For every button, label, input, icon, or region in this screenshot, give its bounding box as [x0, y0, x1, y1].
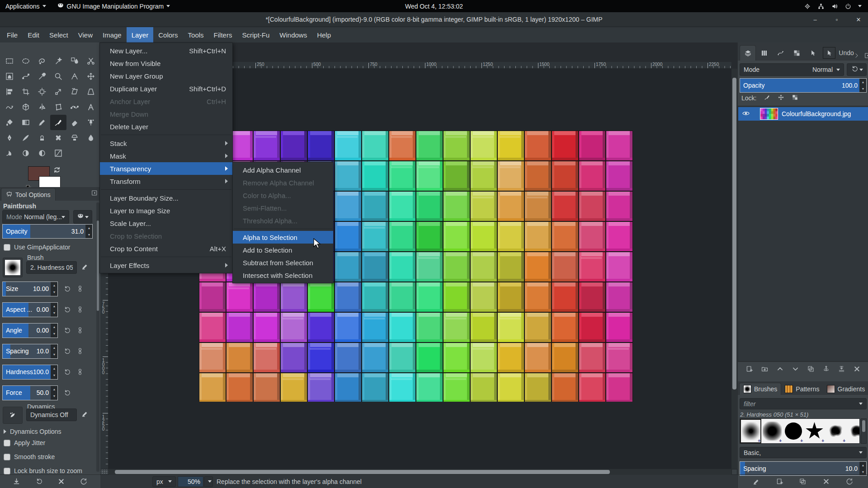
spinner[interactable]: ▲▼	[51, 365, 57, 379]
layer-menu-item-duplicate-layer[interactable]: Duplicate LayerShift+Ctrl+D	[100, 82, 232, 95]
brush-item-soft2[interactable]: +	[761, 419, 783, 443]
layer-menu-item-new-from-visible[interactable]: New from Visible	[100, 57, 232, 70]
menubar-item-colors[interactable]: Colors	[153, 27, 183, 42]
tool-free-select[interactable]	[34, 53, 50, 69]
tool-desaturate[interactable]	[34, 145, 50, 161]
tool-rect-select[interactable]	[1, 53, 18, 69]
tool-pencil[interactable]	[34, 115, 50, 130]
tool-dodge-burn[interactable]	[18, 145, 34, 161]
brush-name-field[interactable]: 2. Hardness 050	[26, 261, 77, 274]
layer-menu-item-scale-layer[interactable]: Scale Layer...	[100, 217, 232, 230]
layer-menu-item-layer-effects[interactable]: Layer Effects	[100, 259, 232, 272]
clock[interactable]: Wed Oct 4, 12:53:02	[405, 3, 463, 10]
tool-cage-transform[interactable]	[50, 99, 66, 115]
layer-menu-item-new-layer[interactable]: New Layer...Shift+Ctrl+N	[100, 44, 232, 57]
lock-pixels-icon[interactable]	[764, 94, 770, 102]
paint-mode-dropdown[interactable]: Mode Normal (leg...	[2, 210, 69, 224]
spinner[interactable]: ▲▼	[51, 282, 57, 296]
reset-tool-options-icon[interactable]	[80, 478, 88, 485]
dynamics-options-expander[interactable]: Dynamics Options	[4, 428, 61, 435]
checkbox-apply-jitter[interactable]: Apply Jitter	[4, 439, 82, 446]
tool-ellipse-select[interactable]	[18, 53, 34, 69]
duplicate-brush-button[interactable]	[799, 478, 807, 485]
tool-measure[interactable]	[66, 69, 83, 84]
new-brush-button[interactable]	[776, 478, 783, 485]
layer-menu-item-new-layer-group[interactable]: New Layer Group	[100, 70, 232, 82]
slider-spacing[interactable]: Spacing 10.0 ▲▼	[2, 344, 58, 359]
applications-menu[interactable]: Applications	[0, 0, 52, 12]
system-indicators[interactable]	[804, 3, 868, 10]
brush-preview-button[interactable]	[3, 258, 23, 277]
layer-mode-dropdown[interactable]: Mode Normal	[740, 63, 844, 76]
lock-position-icon[interactable]	[778, 94, 784, 102]
slider-aspect[interactable]: Aspect ... 0.00 ▲▼	[2, 302, 58, 317]
zoom-level-field[interactable]: 50%	[178, 476, 203, 487]
tab-brushes[interactable]: Brushes	[739, 383, 781, 395]
menubar-item-filters[interactable]: Filters	[209, 27, 237, 42]
dock-collapse-icon[interactable]	[91, 190, 98, 198]
brush-group-dropdown[interactable]: Basic,	[740, 447, 867, 458]
layer-row-selected[interactable]: ColourfulBackground.jpg	[738, 107, 868, 121]
slider-force[interactable]: Force 50.0 ▲▼	[2, 385, 58, 400]
tool-text[interactable]	[83, 99, 99, 115]
screen-icon[interactable]	[804, 3, 811, 10]
close-button[interactable]: ✕	[854, 14, 863, 24]
layer-opacity-slider[interactable]: Opacity 100.0 ▲▼	[740, 78, 867, 93]
dock-tab-paths[interactable]	[772, 45, 788, 61]
swap-colors-icon[interactable]	[52, 165, 61, 176]
reset-icon[interactable]	[63, 368, 71, 376]
tool-move[interactable]	[83, 69, 99, 84]
reset-icon[interactable]	[63, 285, 71, 293]
tool-warp-transform[interactable]	[1, 99, 18, 115]
tool-gradient[interactable]	[18, 115, 34, 130]
tool-color-picker[interactable]	[34, 69, 50, 84]
zoom-dropdown-button[interactable]	[204, 476, 213, 487]
spinner[interactable]: ▲▼	[51, 386, 57, 400]
menubar-item-help[interactable]: Help	[312, 27, 336, 42]
refresh-brushes-button[interactable]	[846, 478, 854, 485]
spinner[interactable]: ▲▼	[51, 344, 57, 358]
dock-tab-layers[interactable]	[740, 45, 756, 61]
opacity-slider[interactable]: Opacity 31.0 ▲▼	[2, 224, 93, 239]
brush-spacing-slider[interactable]: Spacing 10.0 ▲▼	[740, 461, 867, 476]
tool-ink[interactable]	[1, 130, 18, 145]
layer-list[interactable]: ColourfulBackground.jpg	[738, 106, 868, 361]
tool-fuzzy-select[interactable]	[50, 53, 66, 69]
tool-flip[interactable]	[34, 99, 50, 115]
tool-shear[interactable]	[66, 84, 83, 99]
layer-menu-item-delete-layer[interactable]: Delete Layer	[100, 120, 232, 133]
layer-visibility-icon[interactable]	[738, 109, 756, 119]
menubar-item-edit[interactable]: Edit	[23, 27, 44, 42]
dock-tab-pointer[interactable]	[805, 45, 821, 61]
layer-menu-item-transform[interactable]: Transform	[100, 175, 232, 188]
vertical-scrollbar[interactable]	[731, 69, 737, 469]
navigation-button[interactable]	[731, 469, 737, 475]
minimize-button[interactable]: –	[810, 14, 820, 24]
tool-select-by-color[interactable]	[66, 53, 83, 69]
save-tool-preset-icon[interactable]	[13, 478, 20, 485]
link-icon[interactable]	[76, 368, 84, 375]
restore-tool-preset-icon[interactable]	[35, 478, 43, 485]
edit-brush-button[interactable]	[753, 478, 760, 485]
tool-perspective-clone[interactable]	[66, 130, 83, 145]
checkbox-smooth-stroke[interactable]: Smooth stroke	[4, 453, 82, 460]
menubar-item-image[interactable]: Image	[98, 27, 127, 42]
lock-alpha-icon[interactable]	[792, 94, 798, 102]
link-icon[interactable]	[76, 327, 84, 334]
spinner[interactable]: ▲▼	[51, 303, 57, 317]
slider-hardness[interactable]: Hardness 100.0 ▲▼	[2, 365, 58, 380]
edit-brush-icon[interactable]	[81, 263, 89, 272]
layer-menu-item-mask[interactable]: Mask	[100, 150, 232, 162]
tool-eraser[interactable]	[66, 115, 83, 130]
power-icon[interactable]	[844, 3, 852, 10]
layer-menu-item-layer-boundary-size[interactable]: Layer Boundary Size...	[100, 192, 232, 204]
layer-opacity-slider[interactable]: Opacity 100.0 ▲▼	[740, 78, 867, 93]
spinner[interactable]: ▲▼	[859, 79, 866, 92]
layer-menu-item-transparency[interactable]: Transparency	[100, 162, 232, 175]
raise-layer-button[interactable]	[776, 365, 784, 373]
tool-crop[interactable]	[18, 84, 34, 99]
caret-down-icon[interactable]	[858, 5, 862, 7]
spinner[interactable]: ▲▼	[85, 225, 92, 238]
slider-size[interactable]: Size 10.00 ▲▼	[2, 282, 58, 296]
dynamics-preview-button[interactable]	[3, 407, 23, 424]
